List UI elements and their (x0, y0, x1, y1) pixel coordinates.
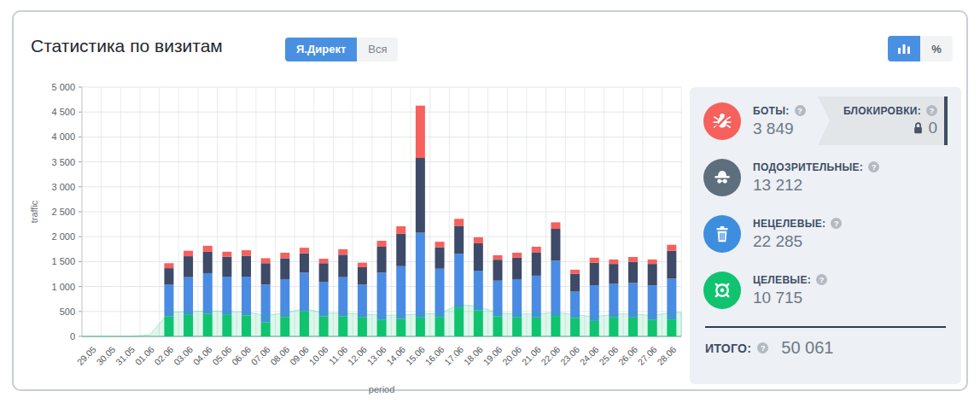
svg-text:24.06: 24.06 (578, 344, 601, 367)
spy-icon (711, 166, 733, 189)
svg-text:23.06: 23.06 (558, 344, 581, 367)
svg-text:19.06: 19.06 (481, 344, 504, 367)
svg-text:02.06: 02.06 (152, 344, 175, 367)
total-value: 50 061 (781, 338, 833, 358)
svg-text:01.06: 01.06 (133, 344, 156, 367)
bots-value: 3 849 (753, 120, 806, 138)
bots-label: БОТЫ: (753, 105, 790, 117)
svg-text:21.06: 21.06 (520, 344, 543, 367)
stat-row-targeted: ЦЕЛЕВЫЕ: ? 10 715 (703, 270, 948, 311)
svg-text:29.05: 29.05 (75, 344, 98, 367)
stat-row-suspicious: ПОДОЗРИТЕЛЬНЫЕ: ? 13 212 (703, 157, 948, 198)
svg-text:09.06: 09.06 (288, 344, 311, 367)
svg-text:16.06: 16.06 (423, 344, 446, 367)
stats-panel: БОТЫ: ? 3 849 БЛОКИРОВКИ: ? 0 (690, 87, 961, 384)
toggle-yandex-direct[interactable]: Я.Директ (285, 38, 357, 61)
total-label: ИТОГО: (705, 342, 751, 355)
blocks-banner-accent-bar (944, 96, 948, 145)
bar-chart-view-button[interactable] (888, 36, 920, 61)
svg-text:31.05: 31.05 (114, 344, 137, 367)
svg-text:11.06: 11.06 (327, 344, 350, 367)
page-title: Статистика по визитам (31, 36, 223, 56)
svg-text:30.05: 30.05 (94, 344, 117, 367)
blocks-value-line: 0 (912, 119, 937, 137)
nontargeted-icon-circle (703, 215, 741, 253)
svg-text:1 000: 1 000 (51, 282, 75, 292)
trash-icon (711, 223, 733, 245)
suspicious-stat-text: ПОДОЗРИТЕЛЬНЫЕ: ? 13 212 (753, 161, 879, 195)
traffic-chart-container: 05001 0001 5002 0002 5003 0003 5004 0004… (27, 80, 693, 403)
svg-text:07.06: 07.06 (249, 344, 272, 367)
svg-text:10.06: 10.06 (306, 344, 330, 367)
svg-text:05.06: 05.06 (210, 344, 233, 367)
svg-text:18.06: 18.06 (462, 344, 485, 367)
stat-row-nontargeted: НЕЦЕЛЕВЫЕ: ? 22 285 (703, 213, 948, 254)
svg-text:2 500: 2 500 (51, 207, 75, 217)
targeted-help-icon[interactable]: ? (816, 274, 827, 285)
targeted-icon-circle (703, 272, 741, 309)
targeted-label: ЦЕЛЕВЫЕ: (753, 274, 811, 286)
svg-text:4 000: 4 000 (51, 131, 75, 142)
svg-text:04.06: 04.06 (191, 344, 214, 367)
svg-text:08.06: 08.06 (268, 344, 291, 367)
suspicious-label: ПОДОЗРИТЕЛЬНЫЕ: (753, 161, 863, 173)
total-divider (705, 326, 946, 328)
nontargeted-value: 22 285 (753, 232, 842, 251)
bots-stat-text: БОТЫ: ? 3 849 (753, 105, 806, 138)
bar-chart-icon (897, 43, 911, 55)
svg-text:500: 500 (60, 307, 75, 317)
svg-text:17.06: 17.06 (442, 344, 465, 367)
svg-text:20.06: 20.06 (500, 344, 523, 367)
blocks-label: БЛОКИРОВКИ: (843, 105, 921, 117)
svg-text:22.06: 22.06 (539, 344, 562, 367)
svg-text:25.06: 25.06 (597, 344, 620, 367)
total-help-icon[interactable]: ? (757, 342, 768, 353)
svg-text:0: 0 (70, 331, 75, 342)
source-toggle-group: Я.Директ Вся (285, 38, 398, 61)
blocks-help-icon[interactable]: ? (926, 105, 937, 116)
svg-text:15.06: 15.06 (404, 344, 427, 367)
blocks-banner: БЛОКИРОВКИ: ? 0 (818, 96, 948, 145)
total-row: ИТОГО: ? 50 061 (703, 338, 948, 358)
percent-view-button[interactable]: % (920, 36, 953, 61)
targeted-stat-text: ЦЕЛЕВЫЕ: ? 10 715 (753, 274, 827, 307)
bots-icon-circle (703, 102, 741, 140)
bug-icon (711, 110, 733, 132)
target-icon (711, 279, 733, 301)
toggle-all-traffic[interactable]: Вся (357, 38, 398, 61)
nontargeted-label: НЕЦЕЛЕВЫЕ: (753, 218, 825, 230)
lock-icon (912, 121, 925, 135)
targeted-value: 10 715 (753, 289, 827, 307)
blocks-value: 0 (928, 119, 937, 137)
suspicious-help-icon[interactable]: ? (868, 161, 879, 172)
bots-help-icon[interactable]: ? (795, 105, 806, 116)
suspicious-icon-circle (703, 159, 741, 196)
svg-text:27.06: 27.06 (636, 344, 659, 367)
svg-text:3 500: 3 500 (51, 157, 75, 167)
nontargeted-stat-text: НЕЦЕЛЕВЫЕ: ? 22 285 (753, 218, 842, 251)
svg-text:3 000: 3 000 (51, 182, 75, 192)
suspicious-value: 13 212 (753, 176, 879, 195)
stat-row-bots: БОТЫ: ? 3 849 БЛОКИРОВКИ: ? 0 (703, 101, 948, 142)
view-toggle-group: % (888, 36, 953, 61)
svg-text:12.06: 12.06 (346, 344, 369, 367)
svg-text:1 500: 1 500 (51, 256, 75, 266)
svg-text:4 500: 4 500 (51, 107, 75, 117)
svg-text:traffic: traffic (29, 200, 39, 223)
svg-text:2 000: 2 000 (51, 231, 75, 242)
svg-text:28.06: 28.06 (655, 344, 678, 367)
nontargeted-help-icon[interactable]: ? (831, 218, 842, 229)
svg-text:06.06: 06.06 (230, 344, 253, 367)
svg-text:13.06: 13.06 (365, 344, 388, 367)
svg-text:14.06: 14.06 (384, 344, 407, 367)
svg-text:26.06: 26.06 (616, 344, 639, 367)
svg-text:03.06: 03.06 (172, 344, 195, 367)
svg-text:5 000: 5 000 (51, 82, 75, 92)
statistics-card: Статистика по визитам Я.Директ Вся % 050… (12, 10, 968, 391)
traffic-chart: 05001 0001 5002 0002 5003 0003 5004 0004… (27, 80, 693, 400)
svg-text:period: period (369, 384, 395, 394)
